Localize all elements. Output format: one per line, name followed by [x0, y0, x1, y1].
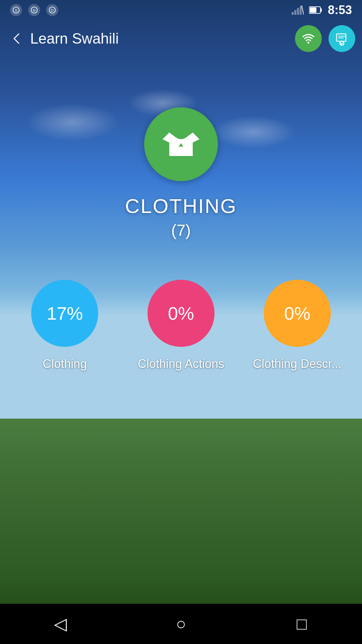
back-nav-icon: ◁: [54, 614, 67, 634]
progress-label-clothing-desc: Clothing Descr...: [250, 357, 345, 371]
status-icon-2: N: [28, 4, 40, 16]
progress-circle-clothing[interactable]: 17%: [31, 280, 98, 347]
clothing-title: CLOTHING: [125, 195, 237, 218]
svg-rect-9: [300, 6, 302, 15]
back-nav-button[interactable]: ◁: [47, 610, 74, 637]
main-content: CLOTHING (7) 17% Clothing 0% Clothing Ac…: [0, 57, 362, 371]
wifi-icon: [301, 31, 316, 46]
svg-point-14: [307, 42, 309, 44]
clothing-count: (7): [171, 221, 191, 239]
progress-percent-clothing-desc: 0%: [284, 303, 310, 324]
nav-bar: Learn Swahili: [0, 20, 362, 57]
svg-line-10: [302, 5, 304, 15]
status-icon-1: S: [10, 4, 22, 16]
progress-item-clothing-desc: 0% Clothing Descr...: [239, 280, 355, 371]
progress-label-clothing-actions: Clothing Actions: [134, 357, 228, 371]
progress-item-clothing-actions: 0% Clothing Actions: [123, 280, 239, 371]
svg-text:D: D: [51, 8, 54, 12]
recent-nav-icon: □: [297, 614, 307, 634]
nav-title: Learn Swahili: [27, 30, 295, 47]
svg-text:S: S: [15, 8, 17, 12]
svg-rect-8: [297, 8, 299, 15]
status-icon-3: D: [46, 4, 58, 16]
status-time: 8:53: [328, 3, 352, 17]
progress-circle-clothing-actions[interactable]: 0%: [147, 280, 215, 347]
svg-text:N: N: [33, 8, 36, 12]
back-arrow-icon: [9, 31, 24, 46]
clothing-circle[interactable]: [144, 107, 218, 181]
battery-icon: [309, 6, 322, 14]
svg-rect-12: [320, 8, 322, 12]
progress-label-clothing: Clothing: [39, 357, 90, 371]
back-button[interactable]: [7, 29, 27, 49]
wifi-button[interactable]: [295, 25, 322, 52]
certificate-button[interactable]: [328, 25, 355, 52]
progress-percent-clothing-actions: 0%: [168, 303, 194, 324]
bottom-nav: ◁ ○ □: [0, 604, 362, 644]
status-icons-right: 8:53: [292, 3, 352, 17]
tshirt-icon: [163, 126, 199, 163]
progress-circle-clothing-desc[interactable]: 0%: [264, 280, 331, 347]
svg-rect-7: [294, 10, 296, 15]
home-nav-button[interactable]: ○: [168, 610, 194, 637]
recent-nav-button[interactable]: □: [288, 610, 315, 637]
nav-actions: [295, 25, 355, 52]
signal-icon: [292, 5, 304, 15]
progress-item-clothing: 17% Clothing: [7, 280, 123, 371]
progress-percent-clothing: 17%: [47, 303, 83, 324]
svg-rect-6: [292, 12, 294, 15]
certificate-icon: [335, 31, 349, 46]
status-icons-left: S N D: [10, 4, 58, 16]
svg-rect-13: [310, 7, 316, 13]
home-nav-icon: ○: [176, 614, 186, 634]
status-bar: S N D 8:53: [0, 0, 362, 20]
progress-row: 17% Clothing 0% Clothing Actions 0% Clot…: [0, 280, 362, 371]
